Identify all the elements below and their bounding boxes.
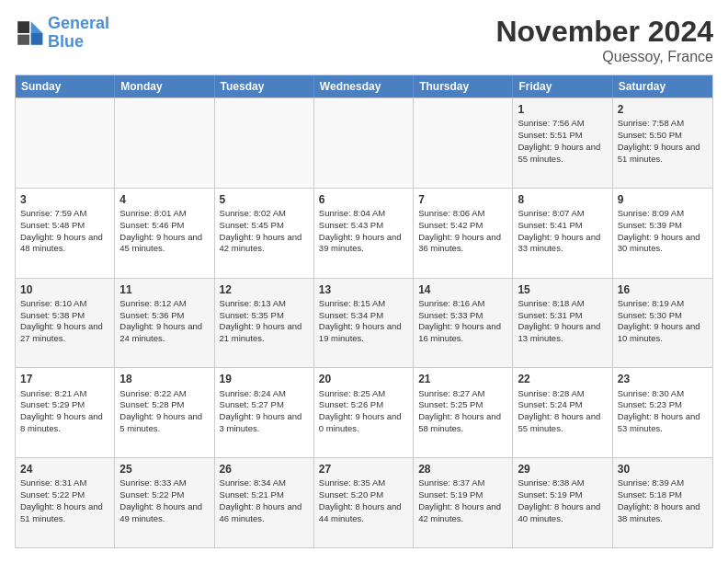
day-info: Sunrise: 8:27 AM Sunset: 5:25 PM Dayligh…: [418, 388, 501, 433]
cal-cell-r0-c0: [16, 98, 115, 188]
day-info: Sunrise: 8:07 AM Sunset: 5:41 PM Dayligh…: [518, 208, 600, 253]
day-info: Sunrise: 8:37 AM Sunset: 5:19 PM Dayligh…: [418, 477, 501, 523]
logo-line2: Blue: [48, 32, 84, 51]
day-number: 25: [119, 462, 209, 477]
day-info: Sunrise: 8:22 AM Sunset: 5:28 PM Dayligh…: [119, 388, 202, 433]
day-info: Sunrise: 8:28 AM Sunset: 5:24 PM Dayligh…: [518, 388, 600, 433]
logo: General Blue: [15, 15, 109, 52]
svg-rect-3: [17, 34, 29, 44]
day-info: Sunrise: 8:15 AM Sunset: 5:34 PM Dayligh…: [319, 298, 402, 343]
day-number: 4: [119, 192, 209, 207]
header-sunday: Sunday: [16, 75, 115, 98]
cal-cell-r0-c2: [215, 98, 314, 188]
day-info: Sunrise: 7:59 AM Sunset: 5:48 PM Dayligh…: [20, 208, 103, 253]
cal-cell-r2-c1: 11Sunrise: 8:12 AM Sunset: 5:36 PM Dayli…: [115, 279, 214, 368]
day-info: Sunrise: 8:02 AM Sunset: 5:45 PM Dayligh…: [220, 208, 302, 253]
header-monday: Monday: [115, 75, 214, 98]
subtitle: Quessoy, France: [495, 49, 713, 65]
cal-cell-r1-c1: 4Sunrise: 8:01 AM Sunset: 5:46 PM Daylig…: [115, 189, 214, 278]
cal-cell-r1-c0: 3Sunrise: 7:59 AM Sunset: 5:48 PM Daylig…: [16, 189, 115, 278]
day-info: Sunrise: 7:58 AM Sunset: 5:50 PM Dayligh…: [618, 118, 700, 163]
cal-cell-r1-c3: 6Sunrise: 8:04 AM Sunset: 5:43 PM Daylig…: [314, 189, 414, 278]
cal-cell-r4-c2: 26Sunrise: 8:34 AM Sunset: 5:21 PM Dayli…: [215, 458, 314, 547]
cal-cell-r3-c2: 19Sunrise: 8:24 AM Sunset: 5:27 PM Dayli…: [215, 368, 314, 457]
cal-cell-r0-c4: [414, 98, 513, 188]
day-number: 2: [618, 102, 708, 117]
header-saturday: Saturday: [613, 75, 712, 98]
day-number: 8: [518, 192, 607, 207]
day-info: Sunrise: 8:33 AM Sunset: 5:22 PM Dayligh…: [119, 477, 202, 523]
cal-cell-r1-c6: 9Sunrise: 8:09 AM Sunset: 5:39 PM Daylig…: [613, 189, 712, 278]
day-number: 18: [119, 372, 209, 386]
day-info: Sunrise: 8:10 AM Sunset: 5:38 PM Dayligh…: [20, 298, 103, 343]
day-info: Sunrise: 8:09 AM Sunset: 5:39 PM Dayligh…: [618, 208, 700, 253]
logo-icon: [15, 18, 44, 48]
cal-cell-r2-c6: 16Sunrise: 8:19 AM Sunset: 5:30 PM Dayli…: [613, 279, 712, 368]
day-info: Sunrise: 8:25 AM Sunset: 5:26 PM Dayligh…: [319, 388, 402, 433]
cal-cell-r2-c2: 12Sunrise: 8:13 AM Sunset: 5:35 PM Dayli…: [215, 279, 314, 368]
header-friday: Friday: [513, 75, 612, 98]
cal-cell-r4-c1: 25Sunrise: 8:33 AM Sunset: 5:22 PM Dayli…: [115, 458, 214, 547]
day-info: Sunrise: 8:04 AM Sunset: 5:43 PM Dayligh…: [319, 208, 402, 253]
logo-line1: General: [48, 14, 109, 32]
cal-cell-r0-c3: [314, 98, 414, 188]
day-number: 11: [119, 282, 209, 297]
svg-rect-2: [17, 21, 29, 33]
header-tuesday: Tuesday: [215, 75, 314, 98]
day-number: 14: [418, 282, 507, 297]
day-number: 9: [618, 192, 708, 207]
cal-cell-r4-c6: 30Sunrise: 8:39 AM Sunset: 5:18 PM Dayli…: [613, 458, 712, 547]
day-number: 29: [518, 462, 607, 477]
cal-cell-r3-c6: 23Sunrise: 8:30 AM Sunset: 5:23 PM Dayli…: [613, 368, 712, 457]
day-number: 6: [319, 192, 408, 207]
logo-text: General Blue: [48, 15, 109, 52]
day-number: 12: [220, 282, 309, 297]
day-info: Sunrise: 8:39 AM Sunset: 5:18 PM Dayligh…: [618, 477, 700, 523]
cal-row-1: 3Sunrise: 7:59 AM Sunset: 5:48 PM Daylig…: [16, 188, 712, 278]
day-info: Sunrise: 8:24 AM Sunset: 5:27 PM Dayligh…: [220, 388, 302, 433]
cal-row-0: 1Sunrise: 7:56 AM Sunset: 5:51 PM Daylig…: [16, 98, 712, 188]
day-number: 28: [418, 462, 507, 477]
day-number: 13: [319, 282, 408, 297]
day-number: 1: [518, 102, 607, 117]
day-number: 27: [319, 462, 408, 477]
cal-cell-r4-c5: 29Sunrise: 8:38 AM Sunset: 5:19 PM Dayli…: [513, 458, 612, 547]
header: General Blue November 2024 Quessoy, Fran…: [15, 15, 713, 65]
cal-cell-r3-c3: 20Sunrise: 8:25 AM Sunset: 5:26 PM Dayli…: [314, 368, 414, 457]
svg-marker-0: [31, 21, 43, 33]
day-number: 21: [418, 372, 507, 386]
cal-cell-r1-c4: 7Sunrise: 8:06 AM Sunset: 5:42 PM Daylig…: [414, 189, 513, 278]
header-wednesday: Wednesday: [314, 75, 414, 98]
cal-cell-r2-c3: 13Sunrise: 8:15 AM Sunset: 5:34 PM Dayli…: [314, 279, 414, 368]
day-number: 22: [518, 372, 607, 386]
day-info: Sunrise: 8:31 AM Sunset: 5:22 PM Dayligh…: [20, 477, 103, 523]
day-number: 30: [618, 462, 708, 477]
day-number: 3: [20, 192, 109, 207]
day-number: 20: [319, 372, 408, 386]
day-number: 23: [618, 372, 708, 386]
cal-cell-r1-c5: 8Sunrise: 8:07 AM Sunset: 5:41 PM Daylig…: [513, 189, 612, 278]
day-number: 26: [220, 462, 309, 477]
calendar: Sunday Monday Tuesday Wednesday Thursday…: [15, 75, 713, 548]
day-info: Sunrise: 8:30 AM Sunset: 5:23 PM Dayligh…: [618, 388, 700, 433]
cal-cell-r2-c4: 14Sunrise: 8:16 AM Sunset: 5:33 PM Dayli…: [414, 279, 513, 368]
day-info: Sunrise: 8:18 AM Sunset: 5:31 PM Dayligh…: [518, 298, 600, 343]
cal-cell-r3-c5: 22Sunrise: 8:28 AM Sunset: 5:24 PM Dayli…: [513, 368, 612, 457]
cal-row-3: 17Sunrise: 8:21 AM Sunset: 5:29 PM Dayli…: [16, 367, 712, 457]
day-info: Sunrise: 8:16 AM Sunset: 5:33 PM Dayligh…: [418, 298, 501, 343]
svg-marker-1: [31, 33, 43, 45]
day-info: Sunrise: 8:21 AM Sunset: 5:29 PM Dayligh…: [20, 388, 103, 433]
day-number: 24: [20, 462, 109, 477]
day-number: 19: [220, 372, 309, 386]
day-info: Sunrise: 8:19 AM Sunset: 5:30 PM Dayligh…: [618, 298, 700, 343]
day-info: Sunrise: 8:01 AM Sunset: 5:46 PM Dayligh…: [119, 208, 202, 253]
day-number: 10: [20, 282, 109, 297]
page: General Blue November 2024 Quessoy, Fran…: [0, 0, 728, 563]
day-info: Sunrise: 8:12 AM Sunset: 5:36 PM Dayligh…: [119, 298, 202, 343]
calendar-body: 1Sunrise: 7:56 AM Sunset: 5:51 PM Daylig…: [16, 98, 712, 547]
day-info: Sunrise: 8:06 AM Sunset: 5:42 PM Dayligh…: [418, 208, 501, 253]
day-info: Sunrise: 8:38 AM Sunset: 5:19 PM Dayligh…: [518, 477, 600, 523]
cal-cell-r2-c0: 10Sunrise: 8:10 AM Sunset: 5:38 PM Dayli…: [16, 279, 115, 368]
cal-cell-r4-c3: 27Sunrise: 8:35 AM Sunset: 5:20 PM Dayli…: [314, 458, 414, 547]
cal-row-2: 10Sunrise: 8:10 AM Sunset: 5:38 PM Dayli…: [16, 278, 712, 368]
